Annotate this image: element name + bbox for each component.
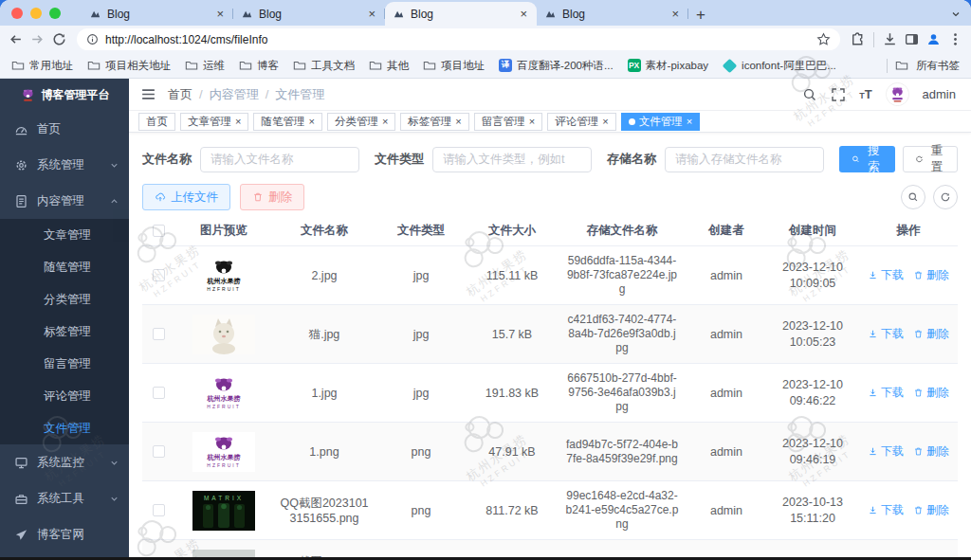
row-checkbox[interactable]	[153, 445, 165, 458]
browser-tab-active[interactable]: Blog ×	[385, 2, 537, 26]
sidebar-item-blog-site[interactable]: 博客官网	[0, 516, 129, 552]
sidebar-item-message[interactable]: 留言管理	[0, 348, 129, 380]
bookmark-link[interactable]: 译百度翻译-200种语...	[499, 59, 614, 73]
bookmark-folder[interactable]: 工具文档	[293, 59, 355, 73]
delete-link[interactable]: 删除	[913, 502, 949, 518]
file-thumbnail[interactable]	[192, 550, 255, 558]
profile-icon[interactable]	[925, 31, 942, 47]
tag-message[interactable]: 留言管理×	[474, 113, 542, 131]
tag-home[interactable]: 首页	[138, 113, 175, 131]
close-tab-icon[interactable]: ×	[669, 8, 681, 20]
browser-tab[interactable]: Blog ×	[233, 2, 385, 26]
delete-link[interactable]: 删除	[913, 326, 949, 342]
select-all-checkbox[interactable]	[153, 225, 165, 237]
bookmark-folder[interactable]: 项目地址	[423, 59, 485, 73]
tag-essay[interactable]: 随笔管理×	[253, 113, 321, 131]
address-bar[interactable]: http://localhost:1024/cms/fileInfo	[77, 28, 840, 50]
row-checkbox[interactable]	[153, 269, 165, 281]
bookmark-folder[interactable]: 常用地址	[11, 59, 73, 73]
storename-input[interactable]	[665, 147, 824, 172]
sidebar-item-article[interactable]: 文章管理	[0, 219, 129, 251]
delete-link[interactable]: 删除	[913, 267, 949, 283]
sidebar-item-tag[interactable]: 标签管理	[0, 316, 129, 348]
upload-file-button[interactable]: 上传文件	[142, 184, 230, 210]
all-bookmarks[interactable]: 所有书签	[887, 59, 960, 73]
filetype-input[interactable]	[432, 147, 592, 172]
sidebar-item-monitor[interactable]: 系统监控	[0, 444, 129, 480]
sidebar-item-system[interactable]: 系统管理	[0, 147, 129, 183]
sidebar-item-home[interactable]: 首页	[0, 111, 129, 147]
tag-article[interactable]: 文章管理×	[180, 113, 248, 131]
browser-tab[interactable]: Blog ×	[82, 2, 233, 26]
download-link[interactable]: 下载	[868, 267, 904, 283]
forward-icon[interactable]	[29, 31, 46, 47]
sidebar-item-tools[interactable]: 系统工具	[0, 480, 129, 516]
extensions-icon[interactable]	[850, 31, 866, 47]
breadcrumb-content[interactable]: 内容管理	[210, 86, 259, 103]
fullscreen-icon[interactable]	[831, 87, 846, 102]
bookmark-folder[interactable]: 项目相关地址	[87, 59, 171, 73]
file-thumbnail[interactable]: 杭州水果捞HZFRUIT	[192, 432, 255, 472]
site-info-icon[interactable]	[86, 33, 99, 45]
close-tab-icon[interactable]: ×	[518, 8, 529, 20]
bookmark-star-icon[interactable]	[816, 32, 831, 46]
file-thumbnail[interactable]: MATRIX	[192, 491, 255, 531]
downloads-icon[interactable]	[882, 31, 898, 47]
sidebar-item-file[interactable]: 文件管理	[0, 412, 129, 444]
sidebar-item-content[interactable]: 内容管理	[0, 183, 129, 219]
tag-file-active[interactable]: 文件管理×	[621, 113, 700, 131]
sidebar-item-category[interactable]: 分类管理	[0, 283, 129, 316]
search-button[interactable]: 搜索	[839, 146, 895, 172]
close-tag-icon[interactable]: ×	[382, 117, 388, 127]
download-link[interactable]: 下载	[868, 502, 904, 518]
delete-link[interactable]: 删除	[913, 443, 949, 460]
search-icon[interactable]	[802, 87, 817, 102]
menu-dots-icon[interactable]	[947, 31, 963, 47]
delete-button[interactable]: 删除	[240, 184, 304, 210]
username[interactable]: admin	[923, 87, 956, 101]
row-checkbox[interactable]	[153, 387, 165, 399]
close-tab-icon[interactable]: ×	[214, 8, 226, 20]
breadcrumb-home[interactable]: 首页	[168, 86, 192, 103]
side-panel-icon[interactable]	[904, 31, 920, 47]
file-thumbnail[interactable]: 杭州水果捞HZFRUIT	[192, 256, 255, 296]
sidebar-item-essay[interactable]: 随笔管理	[0, 251, 129, 283]
reset-button[interactable]: 重置	[903, 146, 959, 172]
row-checkbox[interactable]	[153, 504, 165, 516]
filename-input[interactable]	[200, 147, 359, 172]
font-size-icon[interactable]: TT	[859, 88, 871, 100]
avatar[interactable]	[886, 82, 909, 106]
tab-search-icon[interactable]	[950, 9, 962, 20]
download-link[interactable]: 下载	[868, 385, 904, 401]
collapse-sidebar-icon[interactable]	[140, 86, 156, 102]
close-tab-icon[interactable]: ×	[366, 8, 377, 20]
tag-comment[interactable]: 评论管理×	[547, 113, 615, 131]
reload-icon[interactable]	[51, 31, 67, 47]
maximize-window-button[interactable]	[49, 8, 61, 19]
delete-link[interactable]: 删除	[913, 385, 949, 401]
row-checkbox[interactable]	[153, 328, 165, 340]
minimize-window-button[interactable]	[30, 8, 42, 19]
close-window-button[interactable]	[11, 8, 23, 19]
bookmark-link[interactable]: iconfont-阿里巴巴...	[723, 59, 836, 73]
browser-tab[interactable]: Blog ×	[537, 2, 688, 26]
sidebar-item-comment[interactable]: 评论管理	[0, 380, 129, 412]
tag-tag[interactable]: 标签管理×	[400, 113, 468, 131]
download-link[interactable]: 下载	[868, 326, 904, 342]
close-tag-icon[interactable]: ×	[455, 117, 461, 127]
file-thumbnail[interactable]	[192, 315, 255, 354]
bookmark-folder[interactable]: 博客	[239, 59, 279, 73]
show-search-button[interactable]	[901, 185, 925, 209]
bookmark-folder[interactable]: 运维	[185, 59, 225, 73]
file-thumbnail[interactable]: 杭州水果捞HZFRUIT	[192, 373, 255, 413]
close-tag-icon[interactable]: ×	[308, 117, 314, 127]
tag-category[interactable]: 分类管理×	[327, 113, 395, 131]
bookmark-folder[interactable]: 其他	[369, 59, 409, 73]
close-tag-icon[interactable]: ×	[602, 117, 608, 127]
bookmark-link[interactable]: PX素材-pixabay	[628, 59, 708, 73]
refresh-table-button[interactable]	[933, 185, 958, 209]
close-tag-icon[interactable]: ×	[529, 117, 535, 127]
new-tab-button[interactable]: +	[696, 7, 705, 23]
back-icon[interactable]	[8, 31, 24, 47]
download-link[interactable]: 下载	[868, 443, 904, 460]
